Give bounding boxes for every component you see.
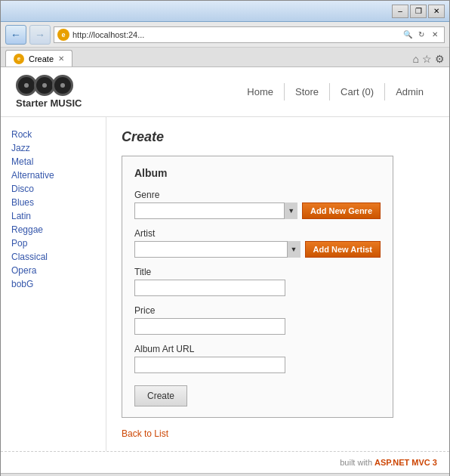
- sidebar-item-alternative[interactable]: Alternative: [11, 170, 95, 181]
- nav-store[interactable]: Store: [285, 83, 330, 100]
- genre-select[interactable]: [134, 202, 297, 219]
- title-group: Title: [134, 267, 381, 296]
- home-icon[interactable]: ⌂: [413, 53, 419, 65]
- sidebar-item-opera[interactable]: Opera: [11, 265, 95, 276]
- disc-3: [52, 75, 73, 96]
- price-group: Price: [134, 305, 381, 335]
- address-input-wrap: e http://localhost:24... 🔍 ↻ ✕: [54, 26, 445, 43]
- genre-field-row: ▼ Add New Genre: [134, 202, 381, 219]
- page-content: Create Album Genre ▼ Add New Genr: [106, 117, 449, 451]
- title-bar: – ❐ ✕: [1, 1, 449, 22]
- sidebar-item-classical[interactable]: Classical: [11, 252, 95, 262]
- title-label: Title: [134, 267, 381, 277]
- status-bar: [1, 473, 449, 476]
- price-label: Price: [134, 305, 381, 316]
- app-header: Starter MUSIC Home Store Cart (0) Admin: [1, 67, 449, 117]
- sidebar-item-rock[interactable]: Rock: [11, 129, 95, 140]
- sidebar-item-bobg[interactable]: bobG: [11, 279, 95, 289]
- genre-label: Genre: [134, 190, 381, 200]
- active-tab[interactable]: e Create ✕: [5, 50, 72, 66]
- sidebar-item-metal[interactable]: Metal: [11, 156, 95, 167]
- browser-window: – ❐ ✕ ← → e http://localhost:24... 🔍 ↻ ✕…: [0, 0, 450, 476]
- close-button[interactable]: ✕: [428, 5, 445, 18]
- footer-text: built with: [340, 458, 374, 467]
- title-input[interactable]: [134, 280, 285, 296]
- artist-select[interactable]: [134, 241, 301, 258]
- main-layout: Rock Jazz Metal Alternative Disco Blues …: [1, 117, 449, 451]
- app-container: Starter MUSIC Home Store Cart (0) Admin …: [1, 67, 449, 473]
- sidebar-item-disco[interactable]: Disco: [11, 184, 95, 194]
- nav-cart[interactable]: Cart (0): [330, 83, 385, 100]
- app-footer: built with ASP.NET MVC 3: [1, 451, 449, 473]
- nav-home[interactable]: Home: [236, 83, 285, 100]
- album-art-input[interactable]: [134, 357, 285, 373]
- title-bar-buttons: – ❐ ✕: [392, 5, 445, 18]
- address-icons: 🔍 ↻ ✕: [402, 29, 441, 41]
- page-title: Create: [122, 129, 434, 145]
- tab-label: Create: [29, 54, 54, 63]
- ie-favicon: e: [57, 29, 69, 41]
- sidebar-item-jazz[interactable]: Jazz: [11, 143, 95, 153]
- tab-close-button[interactable]: ✕: [58, 54, 64, 63]
- nav-admin[interactable]: Admin: [385, 83, 434, 100]
- search-icon[interactable]: 🔍: [402, 29, 414, 41]
- album-art-group: Album Art URL: [134, 344, 381, 373]
- back-nav-button[interactable]: ←: [5, 25, 26, 45]
- tab-nav-icons: ⌂ ☆ ⚙: [413, 53, 445, 66]
- favorites-icon[interactable]: ☆: [422, 53, 432, 65]
- album-art-label: Album Art URL: [134, 344, 381, 354]
- refresh-icon[interactable]: ↻: [415, 29, 427, 41]
- create-button[interactable]: Create: [134, 385, 187, 406]
- content-area: Starter MUSIC Home Store Cart (0) Admin …: [1, 67, 449, 473]
- tab-favicon: e: [14, 54, 24, 64]
- restore-button[interactable]: ❐: [410, 5, 427, 18]
- footer-highlight: ASP.NET MVC 3: [374, 458, 437, 467]
- price-input[interactable]: [134, 318, 285, 335]
- forward-nav-button[interactable]: →: [29, 25, 51, 45]
- panel-title: Album: [134, 167, 381, 179]
- sidebar-item-latin[interactable]: Latin: [11, 211, 95, 221]
- logo-area: Starter MUSIC: [16, 75, 82, 109]
- minimize-button[interactable]: –: [392, 5, 408, 18]
- address-bar: ← → e http://localhost:24... 🔍 ↻ ✕: [1, 22, 449, 48]
- main-nav: Home Store Cart (0) Admin: [236, 83, 434, 100]
- sidebar-item-blues[interactable]: Blues: [11, 197, 95, 208]
- artist-field-row: ▼ Add New Artist: [134, 241, 381, 258]
- stop-icon[interactable]: ✕: [429, 29, 441, 41]
- add-artist-button[interactable]: Add New Artist: [305, 241, 381, 258]
- logo-text: Starter MUSIC: [16, 97, 82, 109]
- genre-select-wrap: ▼: [134, 202, 297, 219]
- settings-icon[interactable]: ⚙: [435, 53, 445, 65]
- artist-label: Artist: [134, 228, 381, 239]
- form-panel: Album Genre ▼ Add New Genre: [122, 156, 393, 418]
- sidebar-item-pop[interactable]: Pop: [11, 238, 95, 249]
- address-text: http://localhost:24...: [72, 30, 399, 39]
- logo-discs: [16, 75, 82, 96]
- sidebar-item-reggae[interactable]: Reggae: [11, 224, 95, 235]
- tab-bar: e Create ✕ ⌂ ☆ ⚙: [1, 48, 449, 67]
- back-to-list-link[interactable]: Back to List: [122, 428, 168, 439]
- genre-group: Genre ▼ Add New Genre: [134, 190, 381, 219]
- sidebar: Rock Jazz Metal Alternative Disco Blues …: [1, 117, 106, 451]
- add-genre-button[interactable]: Add New Genre: [302, 202, 381, 219]
- artist-select-wrap: ▼: [134, 241, 301, 258]
- artist-group: Artist ▼ Add New Artist: [134, 228, 381, 258]
